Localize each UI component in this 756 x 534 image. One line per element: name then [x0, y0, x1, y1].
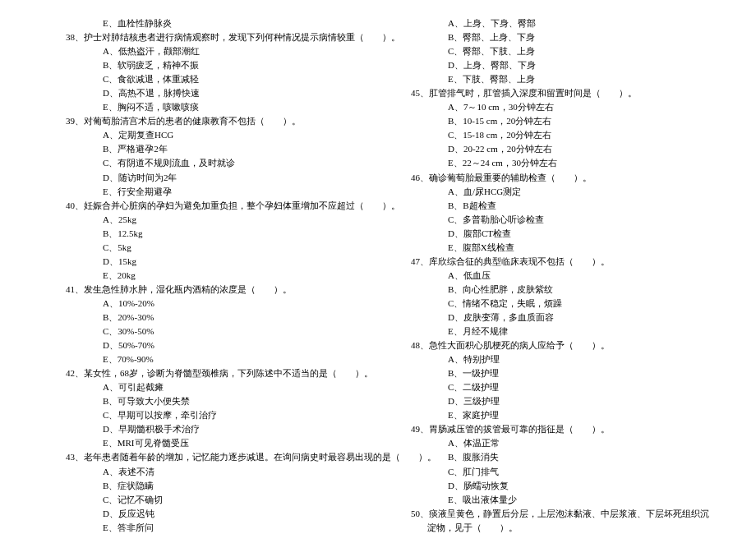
- opt-a: A、25kg: [41, 213, 370, 227]
- opt-e: E、MRI可见脊髓受压: [41, 436, 370, 450]
- question-50: 50、痰液呈黄色，静置后分层，上层泡沫黏液、中层浆液、下层坏死组织沉淀物，见于（…: [386, 507, 715, 534]
- opt-a: A、血/尿HCG测定: [386, 185, 715, 199]
- opt-a: A、低热盗汗，颧部潮红: [41, 44, 370, 58]
- opt-d: D、50%-70%: [41, 338, 370, 352]
- opt-d: D、肠蠕动恢复: [386, 479, 715, 493]
- question-41: 41、发生急性肺水肿，湿化瓶内酒精的浓度是（ ）。: [41, 283, 370, 297]
- question-45: 45、肛管排气时，肛管插入深度和留置时间是（ ）。: [386, 86, 715, 100]
- opt-e: E、下肢、臀部、上身: [386, 72, 715, 86]
- opt-a: A、上身、下身、臀部: [386, 16, 715, 30]
- question-47: 47、库欣综合征的典型临床表现不包括（ ）。: [386, 255, 715, 269]
- opt-a: A、10%-20%: [41, 297, 370, 311]
- question-48: 48、急性大面积心肌梗死的病人应给予（ ）。: [386, 338, 715, 352]
- opt-c: C、肛门排气: [386, 465, 715, 479]
- opt-b: B、12.5kg: [41, 227, 370, 241]
- opt-d: D、上身、臀部、下身: [386, 58, 715, 72]
- question-38: 38、护士对肺结核患者进行病情观察时，发现下列何种情况提示病情较重（ ）。: [41, 30, 370, 44]
- opt-a: A、体温正常: [386, 436, 715, 450]
- opt-d: D、随访时间为2年: [41, 171, 370, 185]
- opt-c: C、臀部、下肢、上身: [386, 44, 715, 58]
- left-column: E、血栓性静脉炎 38、护士对肺结核患者进行病情观察时，发现下列何种情况提示病情…: [33, 16, 378, 534]
- question-42: 42、某女性，68岁，诊断为脊髓型颈椎病，下列陈述中不适当的是（ ）。: [41, 366, 370, 380]
- opt-c: C、食欲减退，体重减轻: [41, 72, 370, 86]
- opt-e: E、行安全期避孕: [41, 185, 370, 199]
- opt-c: C、30%-50%: [41, 325, 370, 338]
- opt-e: E、22～24 cm，30分钟左右: [386, 156, 715, 170]
- opt-c: C、多普勒胎心听诊检查: [386, 213, 715, 227]
- opt-d: D、三级护理: [386, 394, 715, 408]
- opt-e: E、20kg: [41, 269, 370, 283]
- opt-c: C、记忆不确切: [41, 493, 370, 507]
- question-40: 40、妊娠合并心脏病的孕妇为避免加重负担，整个孕妇体重增加不应超过（ ）。: [41, 199, 370, 213]
- opt-c: C、5kg: [41, 241, 370, 255]
- question-39: 39、对葡萄胎清宫术后的患者的健康教育不包括（ ）。: [41, 114, 370, 128]
- right-column: A、上身、下身、臀部 B、臀部、上身、下身 C、臀部、下肢、上身 D、上身、臀部…: [378, 16, 723, 534]
- opt-b: B、一级护理: [386, 366, 715, 380]
- opt-b: B、症状隐瞒: [41, 479, 370, 493]
- opt-b: B、软弱疲乏，精神不振: [41, 58, 370, 72]
- question-43: 43、老年患者随着年龄的增加，记忆能力逐步减退。在询问病史时最容易出现的是（ ）…: [41, 450, 370, 464]
- opt-e: E、家庭护理: [386, 408, 715, 422]
- question-49: 49、胃肠减压管的拔管最可靠的指征是（ ）。: [386, 422, 715, 436]
- question-46: 46、确诊葡萄胎最重要的辅助检查（ ）。: [386, 171, 715, 185]
- opt-b: B、向心性肥胖，皮肤紫纹: [386, 283, 715, 297]
- opt-e: E、血栓性静脉炎: [41, 16, 370, 30]
- opt-b: B、严格避孕2年: [41, 142, 370, 156]
- opt-a: A、低血压: [386, 269, 715, 283]
- opt-b: B、10-15 cm，20分钟左右: [386, 114, 715, 128]
- opt-e: E、70%-90%: [41, 352, 370, 366]
- opt-d: D、20-22 cm，20分钟左右: [386, 142, 715, 156]
- opt-d: D、腹部CT检查: [386, 227, 715, 241]
- opt-d: D、15kg: [41, 255, 370, 269]
- opt-a: A、定期复查HCG: [41, 128, 370, 142]
- opt-c: C、15-18 cm，20分钟左右: [386, 128, 715, 142]
- opt-e: E、胸闷不适，咳嗽咳痰: [41, 100, 370, 114]
- opt-b: B、臀部、上身、下身: [386, 30, 715, 44]
- opt-e: E、腹部X线检查: [386, 241, 715, 255]
- opt-d: D、高热不退，脉搏快速: [41, 86, 370, 100]
- opt-d: D、早期髓积极手术治疗: [41, 422, 370, 436]
- opt-c: C、二级护理: [386, 380, 715, 394]
- opt-a: A、7～10 cm，30分钟左右: [386, 100, 715, 114]
- opt-b: B、B超检查: [386, 199, 715, 213]
- opt-e: E、月经不规律: [386, 325, 715, 338]
- opt-c: C、有阴道不规则流血，及时就诊: [41, 156, 370, 170]
- opt-c: C、早期可以按摩，牵引治疗: [41, 408, 370, 422]
- opt-b: B、腹胀消失: [386, 450, 715, 464]
- opt-d: D、皮肤变薄，多血质面容: [386, 311, 715, 325]
- opt-d: D、反应迟钝: [41, 507, 370, 521]
- opt-a: A、表述不清: [41, 465, 370, 479]
- opt-a: A、特别护理: [386, 352, 715, 366]
- opt-a: A、可引起截瘫: [41, 380, 370, 394]
- opt-e: E、吸出液体量少: [386, 493, 715, 507]
- opt-b: B、20%-30%: [41, 311, 370, 325]
- opt-e: E、答非所问: [41, 521, 370, 534]
- opt-c: C、情绪不稳定，失眠，烦躁: [386, 297, 715, 311]
- opt-b: B、可导致大小便失禁: [41, 394, 370, 408]
